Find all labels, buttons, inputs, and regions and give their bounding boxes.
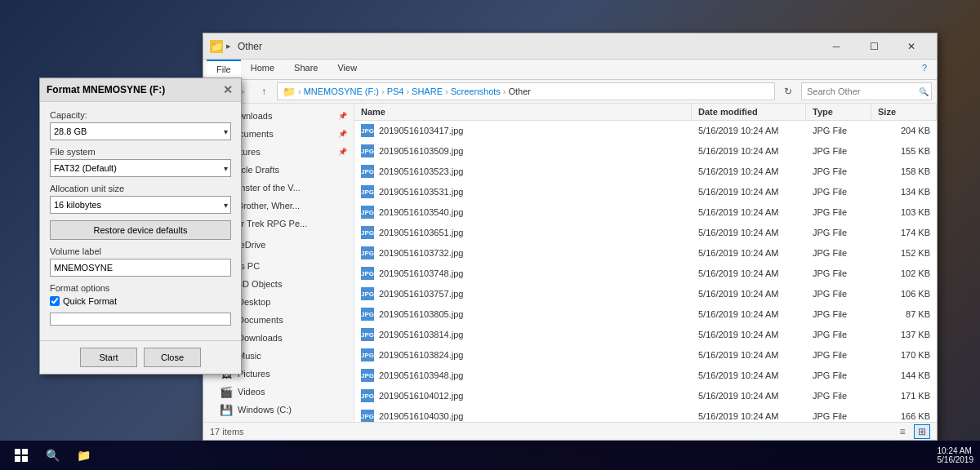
maximize-button[interactable]: ☐ xyxy=(855,33,893,60)
file-type: JPG File xyxy=(806,267,871,280)
minimize-button[interactable]: ─ xyxy=(817,33,855,60)
taskbar-right: 10:24 AM5/16/2019 xyxy=(938,446,974,464)
view-controls: ≡ ⊞ xyxy=(894,424,930,439)
breadcrumb-bar[interactable]: 📁 › MNEMOSYNE (F:) › PS4 › SHARE › Scree… xyxy=(277,82,775,100)
table-row[interactable]: JPG 20190516103732.jpg 5/16/2019 10:24 A… xyxy=(354,243,937,264)
table-row[interactable]: JPG 20190516103814.jpg 5/16/2019 10:24 A… xyxy=(354,325,937,345)
jpg-file-icon: JPG xyxy=(361,185,374,198)
sidebar-label: Documents xyxy=(238,315,283,325)
tab-share[interactable]: Share xyxy=(284,60,327,79)
start-button[interactable] xyxy=(7,441,36,470)
ribbon-tabs: File Home Share View ? xyxy=(203,60,937,80)
file-type: JPG File xyxy=(806,389,871,402)
breadcrumb-mnemosyne[interactable]: MNEMOSYNE (F:) xyxy=(304,86,379,96)
volume-label-input[interactable] xyxy=(50,259,231,277)
table-row[interactable]: JPG 20190516104012.jpg 5/16/2019 10:24 A… xyxy=(354,386,937,406)
format-dialog-close-button[interactable]: ✕ xyxy=(221,83,234,96)
table-row[interactable]: JPG 20190516103824.jpg 5/16/2019 10:24 A… xyxy=(354,345,937,366)
file-type: JPG File xyxy=(806,226,871,239)
breadcrumb-folder-icon: 📁 xyxy=(283,85,296,98)
filesystem-group: File system FAT32 (Default) xyxy=(50,147,231,177)
file-name: 20190516104012.jpg xyxy=(379,391,463,401)
tab-view[interactable]: View xyxy=(327,60,367,79)
table-row[interactable]: JPG 20190516103948.jpg 5/16/2019 10:24 A… xyxy=(354,366,937,386)
help-button[interactable]: ? xyxy=(915,60,933,79)
file-type: JPG File xyxy=(806,410,871,422)
jpg-file-icon: JPG xyxy=(361,267,374,280)
search-input[interactable] xyxy=(801,82,932,100)
allocation-select[interactable]: 16 kilobytes xyxy=(50,196,231,214)
large-icons-view-button[interactable]: ⊞ xyxy=(914,424,930,439)
file-size: 103 KB xyxy=(871,206,937,219)
quick-format-checkbox[interactable] xyxy=(50,296,60,306)
file-type: JPG File xyxy=(806,287,871,300)
capacity-select[interactable]: 28.8 GB xyxy=(50,122,231,140)
volume-label-group: Volume label xyxy=(50,246,231,283)
table-row[interactable]: JPG 20190516103417.jpg 5/16/2019 10:24 A… xyxy=(354,121,937,141)
sidebar-label: Windows (C:) xyxy=(238,405,292,415)
table-row[interactable]: JPG 20190516104030.jpg 5/16/2019 10:24 A… xyxy=(354,406,937,422)
table-row[interactable]: JPG 20190516103748.jpg 5/16/2019 10:24 A… xyxy=(354,264,937,284)
svg-rect-0 xyxy=(15,449,20,454)
file-type: JPG File xyxy=(806,124,871,137)
col-header-size[interactable]: Size xyxy=(871,104,937,120)
close-window-button[interactable]: ✕ xyxy=(893,33,930,60)
filesystem-select[interactable]: FAT32 (Default) xyxy=(50,159,231,177)
search-wrapper xyxy=(801,82,932,100)
breadcrumb-share[interactable]: SHARE xyxy=(412,86,443,96)
file-modified: 5/16/2019 10:24 AM xyxy=(692,287,806,300)
jpg-file-icon: JPG xyxy=(361,287,374,300)
table-row[interactable]: JPG 20190516103509.jpg 5/16/2019 10:24 A… xyxy=(354,141,937,162)
taskbar-search[interactable]: 🔍 xyxy=(38,441,67,470)
sidebar-item-windows-c[interactable]: 💾 Windows (C:) xyxy=(203,401,354,419)
tab-file[interactable]: File xyxy=(207,60,241,79)
file-size: 134 KB xyxy=(871,185,937,198)
table-row[interactable]: JPG 20190516103531.jpg 5/16/2019 10:24 A… xyxy=(354,182,937,202)
format-close-button[interactable]: Close xyxy=(144,348,201,367)
col-header-type[interactable]: Type xyxy=(806,104,871,120)
filesystem-label: File system xyxy=(50,147,231,157)
file-name: 20190516103748.jpg xyxy=(379,268,463,278)
col-header-name[interactable]: Name xyxy=(354,104,692,120)
jpg-file-icon: JPG xyxy=(361,369,374,382)
table-row[interactable]: JPG 20190516103757.jpg 5/16/2019 10:24 A… xyxy=(354,284,937,304)
quick-access-icon: ▸ xyxy=(226,41,231,51)
breadcrumb-ps4[interactable]: PS4 xyxy=(387,86,404,96)
file-modified: 5/16/2019 10:24 AM xyxy=(692,246,806,259)
restore-defaults-button[interactable]: Restore device defaults xyxy=(50,220,231,240)
taskbar: 🔍 📁 10:24 AM5/16/2019 xyxy=(0,441,980,470)
sidebar-label: Videos xyxy=(238,387,265,397)
file-modified: 5/16/2019 10:24 AM xyxy=(692,124,806,137)
file-list[interactable]: Name Date modified Type Size JPG 2019051… xyxy=(354,104,937,422)
breadcrumb-screenshots[interactable]: Screenshots xyxy=(451,86,501,96)
allocation-group: Allocation unit size 16 kilobytes xyxy=(50,184,231,214)
title-bar-icons: 📁 ▸ xyxy=(210,40,231,53)
tab-home[interactable]: Home xyxy=(241,60,284,79)
jpg-file-icon: JPG xyxy=(361,308,374,321)
format-options-label: Format options xyxy=(50,283,231,293)
table-row[interactable]: JPG 20190516103805.jpg 5/16/2019 10:24 A… xyxy=(354,304,937,325)
file-size: 87 KB xyxy=(871,308,937,321)
col-header-modified[interactable]: Date modified xyxy=(692,104,806,120)
file-name: 20190516103509.jpg xyxy=(379,146,463,156)
table-row[interactable]: JPG 20190516103523.jpg 5/16/2019 10:24 A… xyxy=(354,162,937,182)
file-name: 20190516103732.jpg xyxy=(379,248,463,258)
table-row[interactable]: JPG 20190516103540.jpg 5/16/2019 10:24 A… xyxy=(354,202,937,223)
taskbar-explorer[interactable]: 📁 xyxy=(69,441,98,470)
up-button[interactable]: ↑ xyxy=(254,82,274,100)
details-view-button[interactable]: ≡ xyxy=(894,424,911,439)
file-name: 20190516103805.jpg xyxy=(379,309,463,319)
file-size: 137 KB xyxy=(871,328,937,341)
jpg-file-icon: JPG xyxy=(361,124,374,137)
file-type: JPG File xyxy=(806,328,871,341)
file-name: 20190516103948.jpg xyxy=(379,370,463,380)
file-rows-container: JPG 20190516103417.jpg 5/16/2019 10:24 A… xyxy=(354,121,937,422)
file-size: 166 KB xyxy=(871,410,937,422)
table-row[interactable]: JPG 20190516103651.jpg 5/16/2019 10:24 A… xyxy=(354,223,937,243)
pin-icon: 📌 xyxy=(338,130,347,138)
sidebar-label: Desktop xyxy=(238,297,270,307)
refresh-button[interactable]: ↻ xyxy=(778,82,798,100)
file-name: 20190516103824.jpg xyxy=(379,350,463,360)
sidebar-item-videos[interactable]: 🎬 Videos xyxy=(203,383,354,401)
format-start-button[interactable]: Start xyxy=(80,348,137,367)
